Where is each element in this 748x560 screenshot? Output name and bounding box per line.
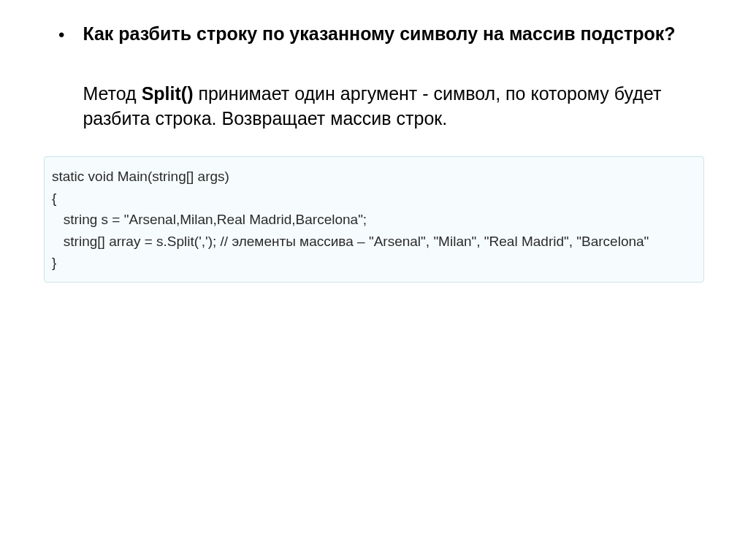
question-text: Как разбить строку по указанному символу… (83, 22, 704, 47)
bullet-marker: • (58, 23, 64, 46)
answer-prefix: Метод (83, 83, 141, 104)
code-line-1: static void Main(string[] args) (52, 166, 696, 187)
code-line-3: string s = "Arsenal,Milan,Real Madrid,Ba… (52, 209, 696, 230)
answer-text: Метод Split() принимает один аргумент - … (83, 82, 704, 131)
code-block: static void Main(string[] args) { string… (44, 156, 704, 283)
code-line-4: string[] array = s.Split(','); // элемен… (52, 231, 696, 252)
code-line-5: } (52, 252, 696, 273)
code-line-2: { (52, 188, 696, 209)
bullet-content: Как разбить строку по указанному символу… (83, 22, 704, 131)
answer-bold: Split() (142, 83, 194, 104)
bullet-item: • Как разбить строку по указанному симво… (58, 22, 704, 131)
